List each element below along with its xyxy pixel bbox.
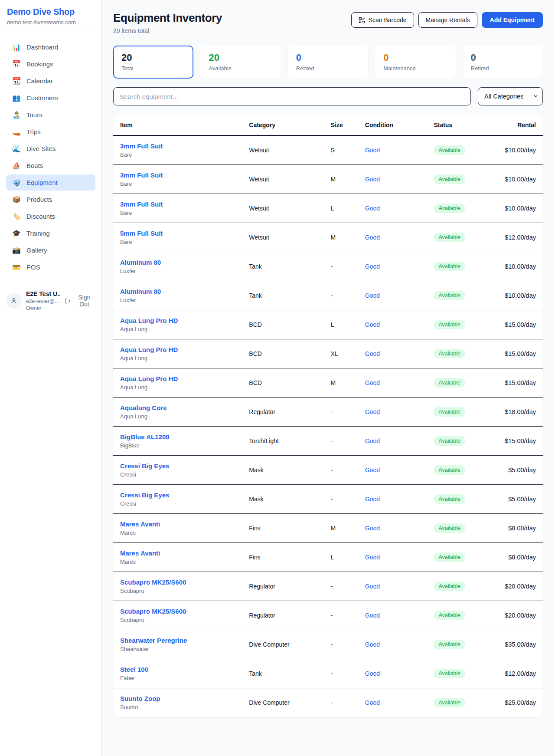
scan-barcode-button[interactable]: Scan Barcode — [351, 12, 414, 28]
sidebar-item-products[interactable]: 📦Products — [6, 191, 95, 207]
sidebar-item-label: Training — [26, 230, 50, 237]
stat-value: 0 — [296, 53, 360, 63]
sidebar-item-pos[interactable]: 💳POS — [6, 259, 95, 275]
add-equipment-button[interactable]: Add Equipment — [482, 12, 543, 28]
stat-value: 20 — [209, 53, 272, 63]
category-cell: Torch/Light — [242, 427, 323, 456]
filter-row: All Categories — [113, 87, 543, 105]
rental-cell: $8.00/day — [487, 514, 543, 543]
item-name-link[interactable]: Scubapro MK25/S600 — [120, 608, 235, 615]
item-name-link[interactable]: Suunto Zoop — [120, 695, 235, 702]
item-name-link[interactable]: 3mm Full Suit — [120, 142, 235, 150]
brand-name[interactable]: Demo Dive Shop — [7, 7, 95, 17]
status-badge: Available — [434, 233, 465, 242]
stat-card-total[interactable]: 20Total — [113, 46, 193, 79]
item-name-link[interactable]: Shearwater Peregrine — [120, 637, 235, 644]
item-name-link[interactable]: 3mm Full Suit — [120, 171, 235, 179]
item-cell: Cressi Big EyesCressi — [113, 485, 242, 514]
item-brand: Aqua Lung — [120, 413, 235, 420]
equipment-table: ItemCategorySizeConditionStatusRental 3m… — [113, 115, 543, 717]
status-badge: Available — [434, 552, 465, 562]
status-badge: Available — [434, 407, 465, 417]
gallery-icon: 📸 — [12, 247, 21, 254]
item-cell: 5mm Full SuitBare — [113, 223, 242, 252]
item-name-link[interactable]: Cressi Big Eyes — [120, 491, 235, 499]
table-row: Cressi Big EyesCressiMask-GoodAvailable$… — [113, 485, 543, 514]
status-cell: Available — [427, 339, 487, 368]
user-name: E2E Test U... — [26, 290, 60, 297]
sidebar-item-training[interactable]: 🎓Training — [6, 225, 95, 241]
sidebar-item-trips[interactable]: 🚤Trips — [6, 124, 95, 140]
status-badge: Available — [434, 523, 465, 533]
item-name-link[interactable]: Aluminum 80 — [120, 259, 235, 266]
status-badge: Available — [434, 204, 465, 213]
item-name-link[interactable]: Aqua Lung Pro HD — [120, 317, 235, 324]
manage-rentals-button[interactable]: Manage Rentals — [418, 12, 477, 28]
item-name-link[interactable]: Steel 100 — [120, 666, 235, 673]
item-brand: Shearwater — [120, 646, 235, 652]
item-brand: Bare — [120, 239, 235, 245]
search-input[interactable] — [113, 87, 471, 105]
sign-out-button[interactable]: Sign Out — [65, 294, 95, 308]
category-select[interactable]: All Categories — [478, 87, 543, 105]
stat-card-available[interactable]: 20Available — [200, 46, 281, 79]
item-brand: Cressi — [120, 471, 235, 478]
table-row: Aqualung CoreAqua LungRegulator-GoodAvai… — [113, 398, 543, 427]
item-cell: Mares AvantiMares — [113, 514, 242, 543]
stat-card-rented[interactable]: 0Rented — [288, 46, 368, 79]
category-cell: Tank — [242, 281, 323, 310]
brand: Demo Dive Shop demo.test.divestreams.com — [0, 0, 101, 32]
category-cell: Fins — [242, 514, 323, 543]
item-cell: BigBlue AL1200BigBlue — [113, 427, 242, 456]
sidebar-item-tours[interactable]: 🏝️Tours — [6, 107, 95, 123]
item-name-link[interactable]: Aqua Lung Pro HD — [120, 346, 235, 353]
item-name-link[interactable]: Mares Avanti — [120, 549, 235, 557]
stat-label: Retired — [471, 65, 535, 72]
item-name-link[interactable]: Mares Avanti — [120, 520, 235, 528]
size-cell: - — [324, 398, 358, 427]
sidebar-item-bookings[interactable]: 📅Bookings — [6, 56, 95, 72]
item-name-link[interactable]: Cressi Big Eyes — [120, 462, 235, 470]
sidebar-item-dive-sites[interactable]: 🌊Dive Sites — [6, 141, 95, 157]
sidebar-item-label: Tours — [26, 111, 42, 118]
rental-cell: $15.00/day — [487, 368, 543, 398]
rental-cell: $10.00/day — [487, 194, 543, 223]
column-header-status[interactable]: Status — [427, 115, 487, 135]
sidebar-item-customers[interactable]: 👥Customers — [6, 90, 95, 106]
item-name-link[interactable]: Aqualung Core — [120, 404, 235, 411]
stat-card-maintenance[interactable]: 0Maintenance — [375, 46, 455, 79]
column-header-size[interactable]: Size — [324, 115, 358, 135]
status-badge: Available — [434, 640, 465, 649]
table-row: Scubapro MK25/S600ScubaproRegulator-Good… — [113, 572, 543, 601]
category-cell: Wetsuit — [242, 223, 323, 252]
condition-cell: Good — [358, 688, 427, 717]
sidebar-item-label: Boats — [26, 162, 43, 169]
sidebar-item-equipment[interactable]: 🤿Equipment — [6, 174, 95, 191]
sidebar-item-calendar[interactable]: 📆Calendar — [6, 73, 95, 89]
sidebar-item-dashboard[interactable]: 📊Dashboard — [6, 39, 95, 55]
rental-cell: $15.00/day — [487, 339, 543, 368]
item-name-link[interactable]: 5mm Full Suit — [120, 230, 235, 237]
status-cell: Available — [427, 281, 487, 310]
logout-icon — [65, 298, 71, 304]
rental-cell: $35.00/day — [487, 630, 543, 659]
status-badge: Available — [434, 582, 465, 591]
sidebar-item-discounts[interactable]: 🏷️Discounts — [6, 208, 95, 224]
status-badge: Available — [434, 494, 465, 504]
column-header-condition[interactable]: Condition — [358, 115, 427, 135]
condition-cell: Good — [358, 485, 427, 514]
size-cell: L — [324, 543, 358, 572]
stat-card-retired[interactable]: 0Retired — [463, 46, 543, 79]
column-header-category[interactable]: Category — [242, 115, 323, 135]
sidebar-item-gallery[interactable]: 📸Gallery — [6, 242, 95, 258]
page-title: Equipment Inventory — [113, 11, 222, 25]
item-name-link[interactable]: 3mm Full Suit — [120, 201, 235, 208]
item-name-link[interactable]: BigBlue AL1200 — [120, 433, 235, 440]
item-name-link[interactable]: Aqua Lung Pro HD — [120, 375, 235, 382]
column-header-item[interactable]: Item — [113, 115, 242, 135]
sidebar-item-boats[interactable]: ⛵Boats — [6, 158, 95, 174]
column-header-rental[interactable]: Rental — [487, 115, 543, 135]
item-name-link[interactable]: Scubapro MK25/S600 — [120, 579, 235, 586]
item-name-link[interactable]: Aluminum 80 — [120, 288, 235, 295]
table-row: Aqua Lung Pro HDAqua LungBCDLGoodAvailab… — [113, 310, 543, 339]
